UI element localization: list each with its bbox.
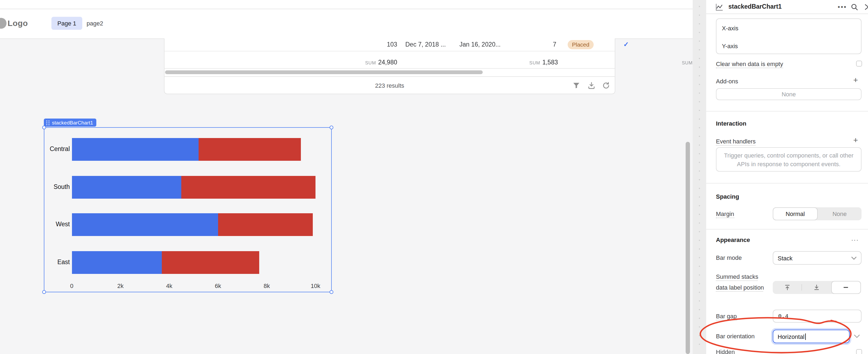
- component-tag[interactable]: stackedBarChart1: [44, 119, 96, 127]
- chevron-down-icon: [851, 256, 857, 260]
- table-cell[interactable]: Dec 7, 2018 ...: [405, 41, 446, 49]
- clear-when-empty-label: Clear when data is empty: [716, 61, 783, 67]
- x-axis-tick: 4k: [160, 283, 178, 289]
- bar-segment-series-red[interactable]: [162, 251, 259, 274]
- margin-option-normal[interactable]: Normal: [773, 207, 818, 220]
- x-axis-tick: 8k: [257, 283, 276, 289]
- align-top-icon: [784, 284, 790, 291]
- category-label: Central: [44, 146, 70, 152]
- axes-group: X-axis Y-axis: [716, 19, 862, 54]
- canvas-vertical-scrollbar[interactable]: [686, 142, 690, 354]
- bar-orientation-select[interactable]: Horizontal: [773, 330, 849, 343]
- x-axis-tick: 10k: [306, 283, 325, 289]
- text-cursor: [805, 333, 806, 340]
- sum-cell: SUM24,980: [343, 57, 397, 64]
- editor-canvas[interactable]: Logo Page 1 page2 103 Dec 7, 2018 ... Ja…: [0, 0, 693, 354]
- category-label: East: [44, 259, 70, 265]
- stacked-bar-chart[interactable]: CentralSouthWestEast02k4k6k8k10k: [44, 127, 332, 292]
- appearance-heading: Appearance: [716, 237, 750, 243]
- chevron-down-icon[interactable]: [854, 334, 860, 338]
- margin-option-none[interactable]: None: [818, 207, 862, 220]
- resize-handle[interactable]: [330, 125, 333, 129]
- chart-component-icon: [715, 3, 723, 11]
- filter-icon[interactable]: [572, 82, 580, 89]
- resize-handle[interactable]: [42, 290, 46, 294]
- download-icon[interactable]: [588, 82, 595, 89]
- margin-segmented-control: Normal None: [773, 207, 862, 220]
- align-bottom-icon: [813, 284, 820, 291]
- hidden-label: Hidden: [716, 349, 735, 354]
- collapse-panel-icon[interactable]: [863, 3, 868, 11]
- table-cell[interactable]: 103: [370, 41, 397, 49]
- top-divider: [0, 9, 693, 9]
- resize-handle[interactable]: [42, 125, 46, 129]
- label-position-top-button[interactable]: [773, 281, 802, 294]
- bar-segment-series-red[interactable]: [181, 176, 315, 198]
- x-axis-tick: 2k: [111, 283, 130, 289]
- margin-label: Margin: [716, 211, 734, 217]
- screenshot-stage: Logo Page 1 page2 103 Dec 7, 2018 ... Ja…: [0, 0, 868, 354]
- table-component[interactable]: 103 Dec 7, 2018 ... Jan 16, 2020... 7 Pl…: [164, 38, 615, 94]
- hidden-checkbox[interactable]: [856, 349, 862, 354]
- category-label: South: [44, 183, 70, 190]
- component-tag-label: stackedBarChart1: [52, 120, 93, 125]
- bar-orientation-label: Bar orientation: [716, 333, 755, 340]
- bar-segment-series-blue[interactable]: [72, 176, 181, 198]
- bar-gap-label: Bar gap: [716, 313, 737, 319]
- add-addon-button[interactable]: +: [707, 75, 858, 84]
- x-axis-tick: 0: [62, 283, 81, 289]
- clear-when-empty-checkbox[interactable]: [856, 61, 862, 66]
- appearance-more-icon[interactable]: ···: [851, 237, 859, 243]
- section-divider: [706, 229, 868, 230]
- category-label: West: [44, 221, 70, 228]
- summed-stacks-label: Summed stacks data label position: [716, 271, 766, 293]
- add-event-handler-button[interactable]: +: [707, 135, 858, 145]
- label-position-bottom-button[interactable]: [802, 281, 831, 294]
- dash-icon: [843, 284, 849, 291]
- addons-empty-state[interactable]: None: [716, 88, 862, 100]
- bar-mode-select[interactable]: Stack: [773, 251, 862, 265]
- interaction-heading: Interaction: [716, 120, 746, 127]
- bar-mode-label: Bar mode: [716, 255, 742, 261]
- x-axis-tick: 6k: [209, 283, 227, 289]
- bar-segment-series-red[interactable]: [218, 213, 313, 236]
- table-footer: 223 results: [164, 76, 615, 94]
- bar-segment-series-red[interactable]: [198, 138, 301, 161]
- panel-resize-gutter[interactable]: [693, 0, 706, 354]
- drag-handle-icon: [46, 120, 50, 125]
- tab-page1[interactable]: Page 1: [52, 17, 82, 30]
- section-divider: [706, 183, 868, 183]
- table-row[interactable]: 103 Dec 7, 2018 ... Jan 16, 2020... 7 Pl…: [164, 38, 615, 51]
- bar-gap-input[interactable]: 0.4: [773, 309, 862, 323]
- checkmark-icon[interactable]: ✓: [623, 40, 629, 48]
- section-divider: [706, 111, 868, 112]
- app-logo-text: Logo: [7, 19, 28, 28]
- data-label-position-control: [773, 281, 861, 294]
- label-position-none-button[interactable]: [831, 281, 861, 294]
- inspector-title: stackedBarChart1: [728, 3, 782, 10]
- horizontal-scrollbar[interactable]: [165, 70, 483, 74]
- bar-segment-series-blue[interactable]: [72, 213, 218, 236]
- logo-avatar: [0, 18, 6, 29]
- tab-page2[interactable]: page2: [87, 17, 103, 30]
- app-builder: Logo Page 1 page2 103 Dec 7, 2018 ... Ja…: [0, 0, 868, 354]
- sum-cell: SUM1,583: [504, 57, 558, 64]
- more-options-icon[interactable]: •••: [838, 3, 847, 11]
- inspector-header: stackedBarChart1 •••: [706, 0, 868, 14]
- table-cell[interactable]: 7: [529, 41, 556, 49]
- refresh-icon[interactable]: [602, 82, 610, 89]
- results-count: 223 results: [164, 82, 615, 89]
- y-axis-field[interactable]: Y-axis: [716, 37, 861, 55]
- gutter-dots: [699, 2, 700, 352]
- table-cell[interactable]: Jan 16, 2020...: [459, 41, 501, 49]
- x-axis-field[interactable]: X-axis: [716, 19, 861, 37]
- bar-segment-series-blue[interactable]: [72, 138, 198, 161]
- resize-handle[interactable]: [330, 290, 333, 294]
- inspector-panel: stackedBarChart1 ••• X-axis Y-axis Clear…: [706, 0, 868, 354]
- spacing-heading: Spacing: [716, 193, 739, 200]
- table-summary-row: SUM24,980 SUM1,583 SUM2,134,3... SUM5,22: [164, 51, 615, 69]
- status-badge[interactable]: Placed: [568, 40, 594, 49]
- bar-segment-series-blue[interactable]: [72, 251, 162, 274]
- event-handlers-placeholder: Trigger queries, control components, or …: [716, 147, 862, 172]
- search-icon[interactable]: [851, 3, 858, 11]
